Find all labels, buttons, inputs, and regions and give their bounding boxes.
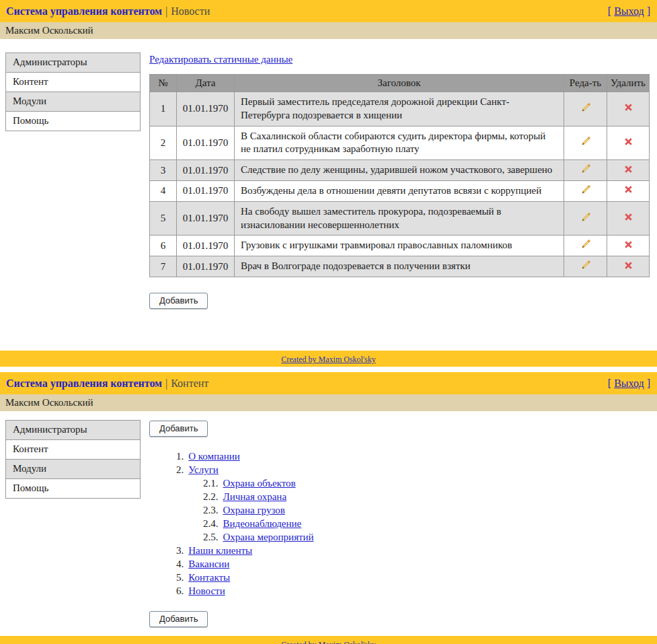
news-row-edit-cell	[564, 126, 607, 160]
sidebar-item[interactable]: Модули	[6, 92, 140, 112]
content-menu-number: 3.	[176, 545, 184, 556]
news-row-date: 01.01.1970	[177, 126, 235, 160]
app-title: Система управления контентом	[6, 5, 162, 17]
content-menu-link[interactable]: Видеонаблюдение	[223, 518, 302, 529]
news-row: 101.01.1970Первый заместитель председате…	[150, 92, 650, 127]
pencil-icon	[580, 164, 591, 174]
sidebar-item[interactable]: Контент	[6, 73, 140, 92]
news-row-delete-cell	[607, 201, 650, 236]
credits-link[interactable]: Created by Maxim Oskol'sky	[281, 640, 375, 644]
content-menu-number: 2.3.	[203, 505, 219, 515]
sidebar-item[interactable]: Модули	[6, 460, 140, 479]
logout-link[interactable]: Выход	[614, 5, 644, 17]
news-row-title: Возбуждены дела в отношении девяти депут…	[235, 180, 564, 201]
pencil-icon	[580, 260, 591, 271]
edit-news-button[interactable]	[580, 136, 591, 147]
pencil-icon	[580, 136, 591, 147]
news-row-number: 3	[150, 160, 177, 181]
content-menu-number: 5.	[176, 572, 184, 583]
content-menu-item: 2.4.Видеонаблюдение	[149, 517, 649, 530]
news-column-header: №	[150, 75, 177, 92]
content-menu-link[interactable]: Личная охрана	[223, 491, 287, 502]
logout-bracket-left: [	[608, 5, 611, 17]
news-row: 201.01.1970В Сахалинской области собираю…	[150, 126, 650, 160]
logout-link[interactable]: Выход	[614, 378, 644, 389]
content-menu-link[interactable]: Охрана объектов	[223, 478, 296, 489]
news-row-number: 2	[150, 126, 177, 160]
cross-icon	[623, 137, 633, 147]
sidebar-item[interactable]: Администраторы	[6, 53, 140, 73]
news-row-date: 01.01.1970	[177, 236, 235, 256]
edit-news-button[interactable]	[580, 164, 591, 174]
news-table-body: 101.01.1970Первый заместитель председате…	[150, 92, 650, 277]
news-row: 501.01.1970На свободу вышел заместитель …	[150, 201, 650, 236]
news-column-header: Реда-ть	[564, 75, 607, 92]
news-column-header: Заголовок	[235, 75, 564, 92]
content-menu-link[interactable]: О компании	[188, 451, 240, 462]
add-news-button[interactable]: Добавить	[149, 293, 208, 309]
delete-news-button[interactable]	[623, 260, 633, 271]
sidebar-item[interactable]: Помощь	[6, 112, 140, 131]
section-gap	[0, 367, 657, 372]
edit-static-data-link[interactable]: Редактировать статичные данные	[149, 54, 293, 65]
delete-news-button[interactable]	[623, 137, 633, 147]
content-menu-item: 1.О компании	[149, 450, 649, 463]
news-row-title: Врач в Волгограде подозревается в получе…	[235, 256, 564, 277]
news-row-number: 6	[150, 236, 177, 256]
delete-news-button[interactable]	[623, 184, 633, 194]
edit-news-button[interactable]	[580, 102, 591, 113]
pencil-icon	[580, 102, 591, 113]
content-menu-link[interactable]: Услуги	[188, 464, 219, 475]
content-menu-number: 1.	[176, 451, 184, 462]
content-menu-link[interactable]: Новости	[188, 585, 225, 596]
sidebar-item[interactable]: Помощь	[6, 479, 140, 498]
content-menu-number: 2.2.	[203, 491, 219, 502]
edit-news-button[interactable]	[580, 212, 591, 223]
news-row-number: 7	[150, 256, 177, 277]
cross-icon	[623, 184, 633, 194]
content-menu-number: 6.	[176, 585, 184, 596]
cross-icon	[623, 260, 633, 271]
credits-link[interactable]: Created by Maxim Oskol'sky	[281, 355, 375, 364]
add-page-button-top[interactable]: Добавить	[149, 421, 208, 437]
news-row: 601.01.1970Грузовик с игрушками травмиро…	[150, 236, 650, 256]
cross-icon	[623, 102, 633, 112]
content-menu-number: 2.1.	[203, 478, 219, 489]
news-row-delete-cell	[607, 256, 650, 277]
content-main: Добавить 1.О компании2.Услуги2.1.Охрана …	[149, 420, 649, 627]
news-row-delete-cell	[607, 160, 650, 181]
news-row-number: 4	[150, 180, 177, 201]
delete-news-button[interactable]	[623, 212, 633, 222]
edit-news-button[interactable]	[580, 260, 591, 271]
news-row-title: В Сахалинской области собираются судить …	[235, 126, 564, 160]
sidebar-item[interactable]: Контент	[6, 440, 140, 460]
edit-news-button[interactable]	[580, 184, 591, 195]
sidebar-menu-content: АдминистраторыКонтентМодулиПомощь	[5, 420, 141, 499]
content-menu-link[interactable]: Охрана мероприятий	[223, 532, 314, 542]
news-row-date: 01.01.1970	[177, 160, 235, 181]
content-menu-item: 2.Услуги	[149, 463, 649, 476]
edit-news-button[interactable]	[580, 239, 591, 250]
content-menu-link[interactable]: Вакансии	[188, 559, 229, 569]
content-menu-item: 4.Вакансии	[149, 557, 649, 571]
header-title-group: Система управления контентом | Контент	[6, 378, 208, 390]
news-table-header-row: №ДатаЗаголовокРеда-тьУдалить	[150, 75, 650, 92]
footer-bar-news: Created by Maxim Oskol'sky	[0, 351, 657, 367]
header-bar-news: Система управления контентом | Новости […	[0, 0, 657, 22]
content-menu-link[interactable]: Контакты	[188, 572, 230, 583]
section-title-news: Новости	[171, 5, 210, 17]
delete-news-button[interactable]	[623, 164, 633, 174]
logout-bracket-right: ]	[647, 378, 650, 389]
logout-bracket-left: [	[608, 378, 611, 389]
content-menu-item: 6.Новости	[149, 584, 649, 598]
content-menu-item: 3.Наши клиенты	[149, 544, 649, 557]
logout-group: [ Выход ]	[608, 378, 650, 390]
sidebar-item[interactable]: Администраторы	[6, 421, 140, 440]
delete-news-button[interactable]	[623, 102, 633, 112]
delete-news-button[interactable]	[623, 240, 633, 250]
content-menu-item: 5.Контакты	[149, 571, 649, 584]
cross-icon	[623, 164, 633, 174]
content-menu-link[interactable]: Наши клиенты	[188, 545, 252, 556]
add-page-button-bottom[interactable]: Добавить	[149, 611, 208, 627]
content-menu-link[interactable]: Охрана грузов	[223, 505, 285, 515]
